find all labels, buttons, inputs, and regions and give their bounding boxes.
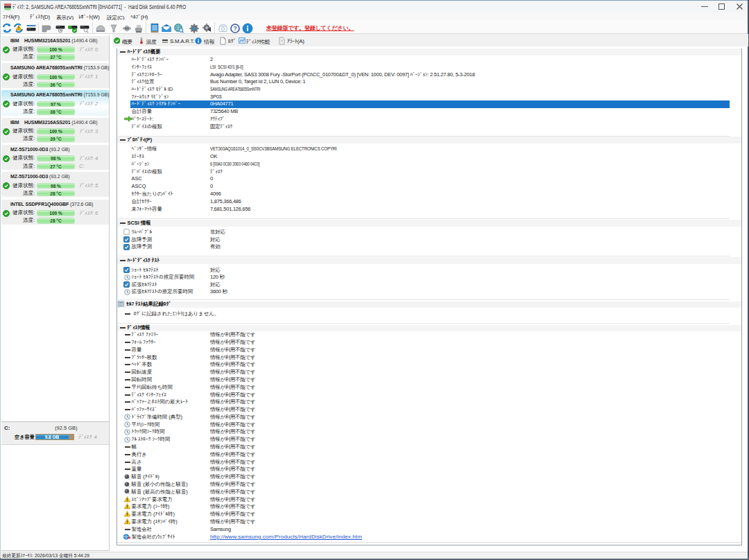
svg-text:?: ? — [233, 25, 237, 32]
